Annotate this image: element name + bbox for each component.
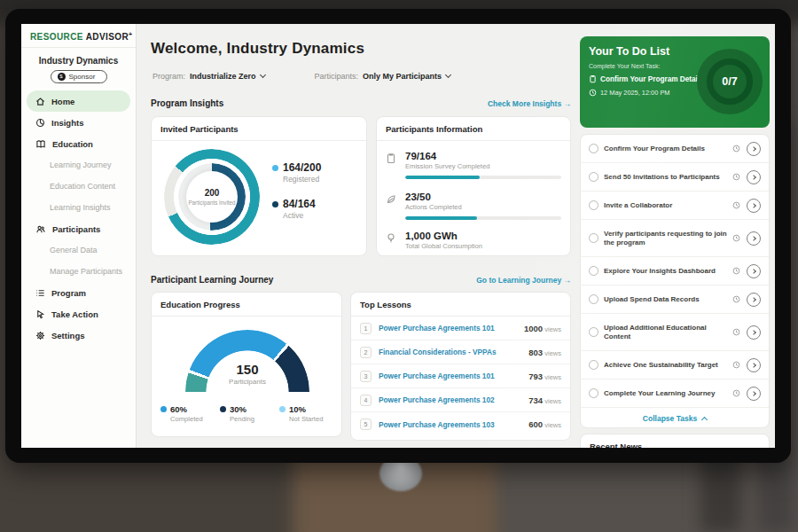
card-title: Invited Participants [152,117,366,141]
task-clock-icon [732,267,740,275]
legend-item-pending: 30% Pending [220,404,275,423]
lesson-row: 2 Financial Considerations - VPPAs 803 v… [351,340,570,364]
sidebar-item-education-content[interactable]: Education Content [21,176,136,197]
list-icon [35,288,45,298]
todo-summary-card: Your To Do List Complete Your Next Task:… [580,36,770,128]
arrow-right-icon: → [564,99,572,108]
clipboard-icon [589,74,597,83]
sidebar-item-insights[interactable]: Insights [21,112,136,133]
leaf-icon [386,193,396,205]
sidebar-item-take-action[interactable]: Take Action [21,303,136,325]
not-started-dot [279,406,286,412]
monitor-bezel: RESOURCE ADVISOR+ Industry Dynamics $ Sp… [5,9,791,463]
card-title: Education Progress [152,293,341,317]
rank-badge: 1 [360,323,372,334]
task-checkbox[interactable] [589,294,598,304]
app-logo: RESOURCE ADVISOR+ [21,24,136,48]
dashboard-screen: RESOURCE ADVISOR+ Industry Dynamics $ Sp… [21,24,775,448]
lesson-row: 1 Power Purchase Agreements 101 1000 vie… [351,317,570,340]
task-go-button[interactable] [747,387,761,401]
views-count: 600 views [528,419,561,429]
sidebar-item-participants[interactable]: Participants [21,218,136,239]
sidebar-item-learning-journey[interactable]: Learning Journey [21,154,136,176]
lesson-link[interactable]: Financial Considerations - VPPAs [379,348,528,356]
task-checkbox[interactable] [589,360,598,370]
lesson-link[interactable]: Power Purchase Agreements 101 [379,372,528,380]
info-row-actions: 23/50Actions Completed [386,192,563,220]
task-row[interactable]: Achieve One Sustainability Target [581,351,769,379]
task-checkbox[interactable] [589,172,598,182]
check-more-insights-link[interactable]: Check More Insights → [488,99,571,108]
sidebar-item-general-data[interactable]: General Data [21,239,136,261]
task-go-button[interactable] [747,170,761,184]
task-checkbox[interactable] [589,200,598,210]
sidebar-item-education[interactable]: Education [21,133,136,154]
lesson-link[interactable]: Power Purchase Agreements 101 [379,324,524,332]
task-clock-icon [732,173,740,181]
chevron-up-icon [701,416,708,422]
task-checkbox[interactable] [589,233,598,243]
task-row[interactable]: Verify participants requesting to join t… [581,220,769,257]
task-go-button[interactable] [747,293,761,307]
todo-progress-ring: 0/7 [697,49,763,114]
sidebar-item-home[interactable]: Home [27,90,130,112]
task-checkbox[interactable] [589,388,598,398]
task-checkbox[interactable] [589,327,598,337]
task-go-button[interactable] [747,264,761,278]
program-filter[interactable]: Program: Industrialize Zero [153,72,265,81]
task-row[interactable]: Send 50 Invitations to Participants [581,163,769,192]
task-row[interactable]: Invite a Collaborator [581,192,769,220]
go-to-learning-journey-link[interactable]: Go to Learning Journey → [476,276,571,285]
task-go-button[interactable] [747,142,761,156]
registered-dot [272,165,278,171]
task-row[interactable]: Upload Additional Educational Content [581,314,769,351]
invited-participants-card: Invited Participants 200 Participants In… [151,116,367,256]
gear-icon [35,331,45,340]
survey-progress-bar [405,176,561,179]
task-checkbox[interactable] [589,266,598,276]
collapse-tasks-link[interactable]: Collapse Tasks [581,408,769,428]
sidebar-item-learning-insights[interactable]: Learning Insights [21,197,136,218]
task-checkbox[interactable] [589,144,598,153]
top-lessons-card: Top Lessons 1 Power Purchase Agreements … [350,292,571,441]
org-name: Industry Dynamics [21,56,136,66]
clock-icon [589,89,597,97]
arrow-right-icon: → [564,276,572,285]
task-row[interactable]: Explore Your Insights Dashboard [581,257,769,286]
task-row[interactable]: Confirm Your Program Details [581,135,769,163]
views-count: 1000 views [524,324,561,333]
pending-dot [220,406,226,412]
info-row-survey: 79/164Emission Survey Completed [386,151,563,179]
participants-filter[interactable]: Participants: Only My Participants [315,72,451,81]
invited-donut-center: 200 Participants Invited [186,171,238,223]
logo-plus: + [129,31,133,37]
task-row[interactable]: Complete Your Learning Journey [581,379,769,408]
task-go-button[interactable] [747,199,761,213]
recent-news-card: Recent News [580,434,770,448]
rank-badge: 5 [360,419,372,430]
sidebar-item-manage-participants[interactable]: Manage Participants [21,261,136,282]
views-count: 734 views [528,395,561,405]
legend-item-not-started: 10% Not Started [279,404,334,423]
task-go-button[interactable] [747,358,761,372]
sponsor-badge[interactable]: $ Sponsor [51,70,107,83]
lesson-link[interactable]: Power Purchase Agreements 103 [379,420,528,429]
main-content: Welcome, Industry Dynamics Program: Indu… [151,24,571,448]
sponsor-badge-label: Sponsor [69,73,96,81]
page-title: Welcome, Industry Dynamics [151,40,364,58]
section-title-program-insights: Program Insights [151,98,223,108]
home-icon [35,97,45,106]
program-filter-value: Industrialize Zero [190,72,256,81]
task-clock-icon [732,295,740,303]
task-go-button[interactable] [747,231,761,246]
lesson-link[interactable]: Power Purchase Agreements 102 [379,395,528,404]
task-row[interactable]: Upload Spend Data Records [581,286,769,314]
lightbulb-icon [386,232,396,244]
lesson-row: 5 Power Purchase Agreements 103 600 view… [351,412,570,436]
recent-news-title: Recent News [581,434,769,448]
task-clock-icon [732,201,740,209]
sidebar-item-program[interactable]: Program [21,282,136,303]
task-go-button[interactable] [747,325,761,340]
logo-secondary: ADVISOR+ [86,32,133,42]
sidebar-item-settings[interactable]: Settings [21,325,136,346]
